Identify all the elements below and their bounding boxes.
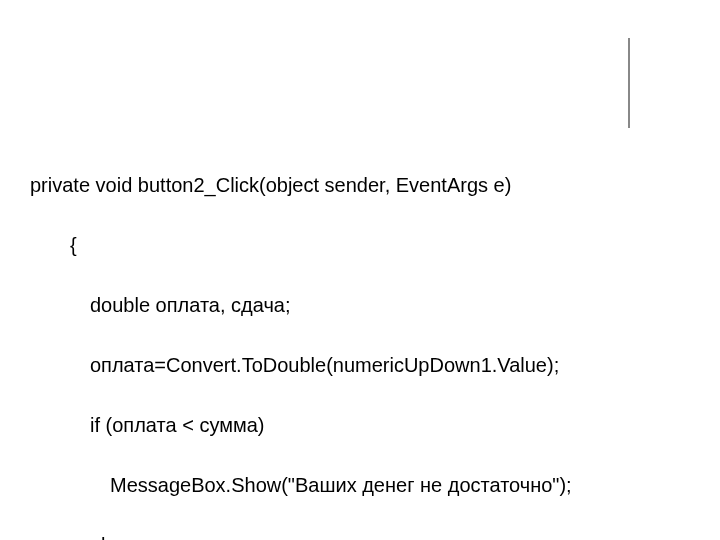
code-text: оплата=Convert.ToDouble(numericUpDown1.V… <box>90 350 559 380</box>
code-text: else <box>90 530 127 540</box>
code-text: { <box>70 230 77 260</box>
code-line: if (оплата < сумма) <box>30 410 647 440</box>
code-line: MessageBox.Show("Ваших денег не достаточ… <box>30 470 647 500</box>
code-text: MessageBox.Show("Ваших денег не достаточ… <box>110 470 572 500</box>
code-line: else <box>30 530 647 540</box>
code-line: private void button2_Click(object sender… <box>30 170 647 200</box>
code-line: оплата=Convert.ToDouble(numericUpDown1.V… <box>30 350 647 380</box>
code-text: double оплата, сдача; <box>90 290 291 320</box>
code-text: private void button2_Click(object sender… <box>30 170 511 200</box>
code-text: if (оплата < сумма) <box>90 410 264 440</box>
code-block: private void button2_Click(object sender… <box>30 140 647 540</box>
decorative-bar <box>628 38 630 128</box>
code-line: double оплата, сдача; <box>30 290 647 320</box>
code-line: { <box>30 230 647 260</box>
